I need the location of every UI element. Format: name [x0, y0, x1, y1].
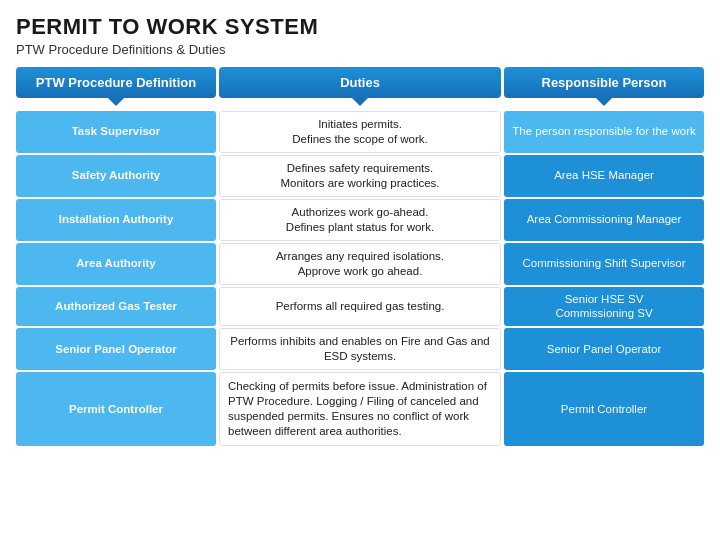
cell-definition: Task Supervisor — [16, 111, 216, 153]
cell-definition: Senior Panel Operator — [16, 328, 216, 370]
table-row: Installation AuthorityAuthorizes work go… — [16, 199, 704, 241]
cell-responsible: Area HSE Manager — [504, 155, 704, 197]
cell-definition: Area Authority — [16, 243, 216, 285]
cell-duties: Authorizes work go-ahead. Defines plant … — [219, 199, 501, 241]
cell-responsible: Area Commissioning Manager — [504, 199, 704, 241]
cell-duties: Initiates permits. Defines the scope of … — [219, 111, 501, 153]
table-row: Safety AuthorityDefines safety requireme… — [16, 155, 704, 197]
table-row: Senior Panel OperatorPerforms inhibits a… — [16, 328, 704, 370]
cell-duties: Arranges any required isolations. Approv… — [219, 243, 501, 285]
table-row: Permit ControllerChecking of permits bef… — [16, 372, 704, 446]
cell-duties: Defines safety requirements. Monitors ar… — [219, 155, 501, 197]
header-responsible: Responsible Person — [504, 67, 704, 98]
cell-responsible: Senior HSE SV Commissioning SV — [504, 287, 704, 327]
cell-responsible: Senior Panel Operator — [504, 328, 704, 370]
data-rows: Task SupervisorInitiates permits. Define… — [16, 111, 704, 446]
cell-responsible: The person responsible for the work — [504, 111, 704, 153]
cell-definition: Safety Authority — [16, 155, 216, 197]
cell-duties: Checking of permits before issue. Admini… — [219, 372, 501, 446]
cell-definition: Authorized Gas Tester — [16, 287, 216, 327]
cell-responsible: Permit Controller — [504, 372, 704, 446]
cell-responsible: Commissioning Shift Supervisor — [504, 243, 704, 285]
table-row: Task SupervisorInitiates permits. Define… — [16, 111, 704, 153]
main-title: PERMIT TO WORK SYSTEM — [16, 14, 704, 40]
cell-definition: Installation Authority — [16, 199, 216, 241]
cell-duties: Performs inhibits and enables on Fire an… — [219, 328, 501, 370]
cell-definition: Permit Controller — [16, 372, 216, 446]
header-row: PTW Procedure Definition Duties Responsi… — [16, 67, 704, 98]
table: PTW Procedure Definition Duties Responsi… — [16, 67, 704, 446]
page: PERMIT TO WORK SYSTEM PTW Procedure Defi… — [0, 0, 720, 540]
cell-duties: Performs all required gas testing. — [219, 287, 501, 327]
header-definition: PTW Procedure Definition — [16, 67, 216, 98]
table-row: Authorized Gas TesterPerforms all requir… — [16, 287, 704, 327]
sub-title: PTW Procedure Definitions & Duties — [16, 42, 704, 57]
header-duties: Duties — [219, 67, 501, 98]
table-row: Area AuthorityArranges any required isol… — [16, 243, 704, 285]
